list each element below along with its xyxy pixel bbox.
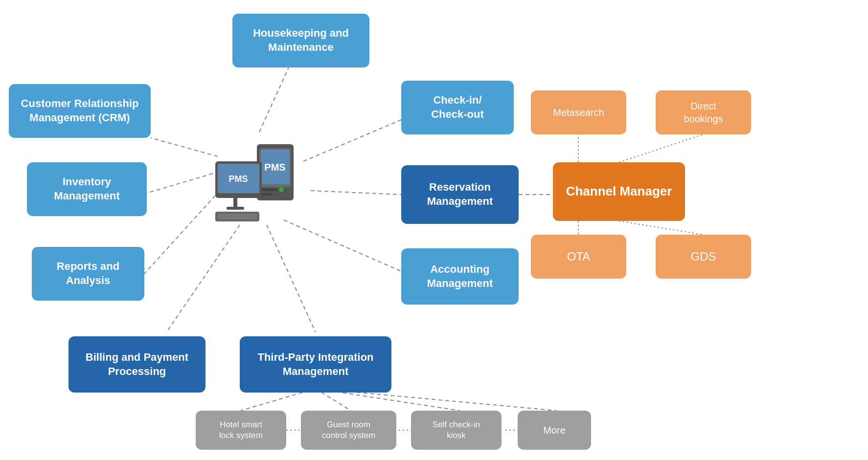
- svg-rect-31: [233, 198, 237, 207]
- node-self-checkin: Self check-in kiosk: [411, 411, 502, 450]
- svg-point-27: [279, 187, 284, 192]
- node-thirdparty: Third-Party Integration Management: [240, 336, 391, 393]
- node-accounting: Accounting Management: [401, 248, 519, 305]
- node-reports: Reports and Analysis: [32, 247, 144, 301]
- pms-computer: PMS PMS: [203, 130, 311, 237]
- node-reservation: Reservation Management: [401, 165, 519, 224]
- svg-text:PMS: PMS: [264, 162, 285, 173]
- node-more: More: [518, 411, 591, 450]
- node-metasearch: Metasearch: [531, 90, 626, 134]
- svg-line-4: [311, 191, 401, 195]
- svg-rect-34: [218, 214, 257, 219]
- svg-text:PMS: PMS: [228, 174, 248, 184]
- svg-line-13: [619, 221, 703, 235]
- node-inventory: Inventory Management: [27, 162, 147, 216]
- node-direct-bookings: Direct bookings: [656, 90, 751, 134]
- node-gds: GDS: [656, 235, 751, 279]
- svg-line-2: [303, 120, 401, 161]
- svg-rect-26: [261, 193, 273, 196]
- node-crm: Customer Relationship Management (CRM): [9, 84, 151, 138]
- node-checkin: Check-in/ Check-out: [401, 81, 514, 134]
- node-ota: OTA: [531, 235, 626, 279]
- svg-line-8: [267, 225, 316, 332]
- svg-rect-25: [261, 188, 278, 191]
- node-hotel-lock: Hotel smart lock system: [196, 411, 286, 450]
- node-housekeeping: Housekeeping and Maintenance: [232, 14, 369, 67]
- node-guest-room: Guest room control system: [301, 411, 396, 450]
- node-channel-manager: Channel Manager: [553, 162, 685, 221]
- node-billing: Billing and Payment Processing: [69, 336, 206, 393]
- svg-rect-32: [227, 207, 244, 210]
- svg-line-7: [166, 225, 240, 332]
- diagram: .dash-line { stroke: #888; stroke-width:…: [0, 0, 868, 460]
- svg-line-0: [259, 67, 289, 132]
- svg-line-11: [619, 134, 703, 162]
